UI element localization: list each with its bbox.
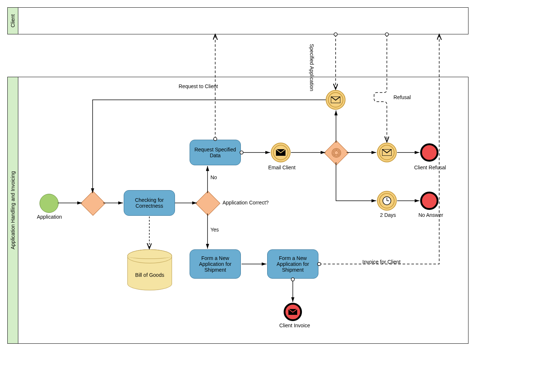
envelope-icon — [276, 149, 285, 156]
pool-client: Client — [7, 7, 468, 34]
svg-marker-3 — [334, 150, 339, 155]
event-refusal — [377, 143, 397, 162]
edge-request-to-client-label: Request to Client — [179, 83, 218, 89]
datastore-bill-of-goods: Bill of Goods — [127, 249, 172, 290]
task-checking-label: Checking for Correctness — [126, 197, 173, 209]
task-checking-correctness: Checking for Correctness — [124, 190, 175, 216]
bpmn-diagram: Client Application Handling and Invoicin… — [7, 7, 468, 344]
datastore-bill-of-goods-label: Bill of Goods — [135, 272, 164, 278]
edge-yes-label: Yes — [210, 227, 219, 233]
task-form-shipment-1-label: Form a New Application for Shipment — [191, 255, 239, 273]
edge-no-label: No — [210, 174, 217, 180]
start-event-label: Application — [35, 214, 64, 220]
end-event-no-answer-label: No Answer — [414, 212, 447, 218]
gateway-app-correct-label: Application Correct? — [223, 200, 281, 206]
pool-client-label: Client — [10, 14, 16, 27]
pentagon-icon — [331, 148, 341, 158]
event-email-client-label: Email Client — [265, 165, 298, 170]
pool-process-label: Application Handling and Invoicing — [10, 171, 16, 249]
edge-invoice-for-client-label: Invoice for Client — [362, 259, 400, 265]
task-request-data-label: Request Specified Data — [191, 147, 239, 158]
pool-process: Application Handling and Invoicing — [7, 77, 468, 344]
event-receive-specified — [326, 90, 346, 110]
end-event-client-invoice — [284, 303, 302, 321]
task-form-shipment-2: Form a New Application for Shipment — [267, 249, 318, 279]
event-timer-2days — [377, 191, 397, 211]
edge-specified-application-label: Specified Application — [309, 44, 315, 91]
end-event-no-answer — [420, 192, 438, 210]
task-form-shipment-1: Form a New Application for Shipment — [190, 249, 241, 279]
pool-client-header: Client — [8, 8, 18, 34]
envelope-icon — [382, 149, 392, 156]
start-event — [40, 194, 59, 213]
envelope-icon — [288, 309, 297, 315]
end-event-client-refusal — [420, 143, 438, 162]
pool-process-header: Application Handling and Invoicing — [8, 77, 18, 343]
edge-refusal-label: Refusal — [393, 94, 411, 100]
end-event-client-invoice-label: Client Invoice — [276, 323, 313, 328]
clock-icon — [382, 196, 392, 206]
task-form-shipment-2-label: Form a New Application for Shipment — [269, 255, 317, 273]
event-timer-label: 2 Days — [375, 212, 401, 218]
end-event-client-refusal-label: Client Refusal — [412, 165, 448, 170]
task-request-data: Request Specified Data — [190, 140, 241, 165]
event-email-client — [271, 143, 291, 162]
envelope-icon — [331, 97, 340, 103]
